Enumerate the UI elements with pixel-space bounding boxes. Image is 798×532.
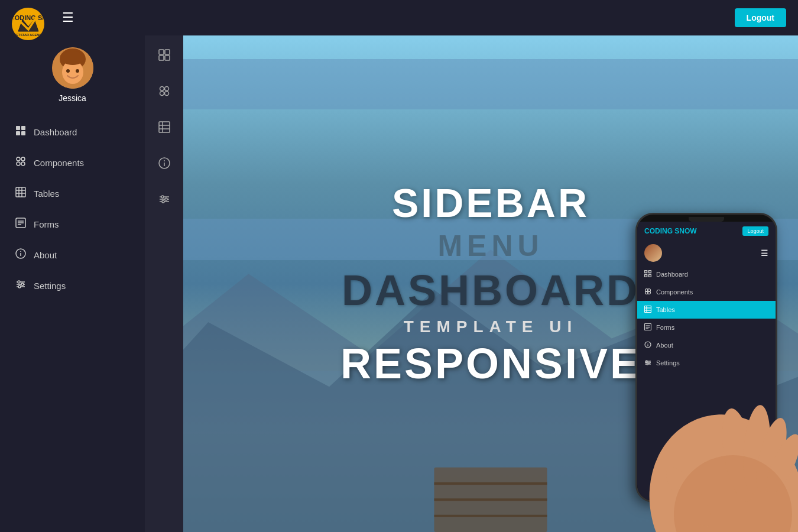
mini-sidebar [145, 35, 183, 532]
svg-rect-75 [649, 275, 651, 277]
phone-header: CODING SNOW Logout [637, 222, 776, 241]
svg-point-44 [164, 92, 168, 96]
hero-text-block: SIDEBAR MENU DASHBOARD TEMPLATE UI RESPO… [340, 180, 641, 388]
sidebar-item-about[interactable]: About [0, 241, 145, 269]
svg-text:VIETSTAR AGENCY: VIETSTAR AGENCY [14, 33, 43, 37]
svg-point-35 [21, 283, 24, 286]
forms-icon [15, 218, 27, 231]
svg-point-17 [17, 162, 20, 166]
sidebar-profile: Jessica [0, 35, 145, 112]
hero-line-menu: MENU [437, 229, 543, 263]
hand-decoration [632, 337, 798, 532]
about-icon [15, 248, 27, 261]
phone-logout-btn[interactable]: Logout [742, 226, 768, 236]
phone-nav-components-label: Components [656, 288, 693, 296]
svg-point-56 [165, 198, 167, 200]
sidebar-item-components[interactable]: Components [0, 148, 145, 177]
top-header: CODING SN VIETSTAR AGENCY ☰ Logout [0, 0, 798, 35]
svg-point-15 [17, 157, 20, 161]
svg-point-34 [18, 281, 20, 283]
svg-rect-11 [16, 126, 20, 130]
phone-nav-forms[interactable]: Forms [637, 319, 776, 336]
main-layout: Jessica Dashboard Components Tables [0, 35, 798, 532]
svg-text:CODING SN: CODING SN [14, 14, 43, 21]
settings-label: Settings [34, 281, 66, 291]
svg-rect-38 [165, 50, 170, 54]
phone-notch [689, 217, 724, 222]
dashboard-label: Dashboard [34, 127, 77, 137]
svg-point-43 [160, 92, 164, 96]
svg-point-16 [21, 157, 25, 161]
phone-nav-forms-label: Forms [656, 324, 674, 331]
phone-profile-row: ☰ [637, 241, 776, 265]
sidebar: Jessica Dashboard Components Tables [0, 35, 145, 532]
sidebar-nav: Dashboard Components Tables Forms [0, 112, 145, 306]
phone-avatar [644, 244, 662, 262]
svg-rect-12 [21, 126, 25, 130]
phone-brand: CODING SNOW [644, 227, 697, 235]
header-left: CODING SN VIETSTAR AGENCY ☰ [12, 0, 74, 40]
components-icon [15, 156, 27, 169]
svg-rect-45 [159, 122, 170, 132]
sidebar-item-dashboard[interactable]: Dashboard [0, 118, 145, 146]
mini-icon-dashboard[interactable] [154, 44, 175, 69]
phone-nav-dashboard-label: Dashboard [656, 271, 688, 278]
svg-rect-37 [159, 50, 164, 54]
hero-line-dashboard: DASHBOARD [342, 266, 640, 314]
svg-rect-73 [649, 271, 651, 273]
svg-point-55 [161, 196, 164, 198]
phone-nav-dashboard[interactable]: Dashboard [637, 265, 776, 283]
sidebar-item-settings[interactable]: Settings [0, 271, 145, 300]
logout-button[interactable]: Logout [735, 8, 786, 27]
phone-mockup: CODING SNOW Logout ☰ [627, 195, 792, 532]
svg-rect-19 [16, 187, 25, 197]
phone-brand-normal: CODING [644, 227, 674, 235]
hero-line-template: TEMPLATE UI [404, 317, 578, 336]
svg-point-36 [18, 286, 21, 288]
svg-rect-39 [159, 56, 164, 60]
forms-label: Forms [34, 219, 59, 229]
mini-icon-about[interactable] [154, 153, 175, 177]
hero-line-sidebar: SIDEBAR [392, 180, 589, 226]
svg-rect-74 [645, 275, 647, 277]
phone-brand-accent: SNOW [674, 227, 696, 235]
blue-banner-1 [183, 59, 798, 109]
phone-nav-components[interactable]: Components [637, 283, 776, 301]
about-label: About [34, 250, 57, 260]
logo-svg: CODING SN VIETSTAR AGENCY [14, 9, 43, 38]
svg-rect-72 [645, 271, 647, 273]
svg-point-18 [21, 162, 25, 166]
svg-point-57 [162, 200, 164, 203]
main-content: SIDEBAR MENU DASHBOARD TEMPLATE UI RESPO… [183, 35, 798, 532]
svg-rect-13 [16, 131, 20, 135]
hero-area: SIDEBAR MENU DASHBOARD TEMPLATE UI RESPO… [183, 35, 798, 532]
mini-icon-settings[interactable] [154, 189, 175, 213]
svg-point-9 [76, 69, 79, 73]
svg-rect-40 [165, 56, 170, 60]
svg-point-51 [164, 160, 165, 161]
sidebar-item-tables[interactable]: Tables [0, 179, 145, 207]
avatar [52, 47, 93, 89]
phone-nav-tables[interactable]: Tables [637, 301, 776, 319]
phone-hamburger[interactable]: ☰ [761, 248, 768, 258]
svg-point-8 [66, 69, 70, 73]
svg-point-42 [164, 87, 168, 91]
username-label: Jessica [59, 93, 86, 103]
settings-icon [15, 279, 27, 292]
logo-circle: CODING SN VIETSTAR AGENCY [12, 8, 44, 40]
hamburger-icon[interactable]: ☰ [62, 10, 74, 25]
hero-line-responsive: RESPONSIVE [340, 339, 641, 388]
svg-point-30 [20, 251, 21, 252]
svg-point-41 [160, 87, 164, 91]
svg-rect-14 [21, 131, 25, 135]
mini-icon-components[interactable] [154, 80, 175, 105]
sidebar-item-forms[interactable]: Forms [0, 210, 145, 238]
phone-nav-tables-label: Tables [656, 306, 675, 313]
tables-icon [15, 187, 27, 200]
svg-rect-80 [645, 306, 651, 313]
dashboard-icon [15, 125, 27, 138]
mini-icon-tables[interactable] [154, 116, 175, 141]
components-label: Components [34, 158, 84, 168]
tables-label: Tables [34, 189, 59, 199]
